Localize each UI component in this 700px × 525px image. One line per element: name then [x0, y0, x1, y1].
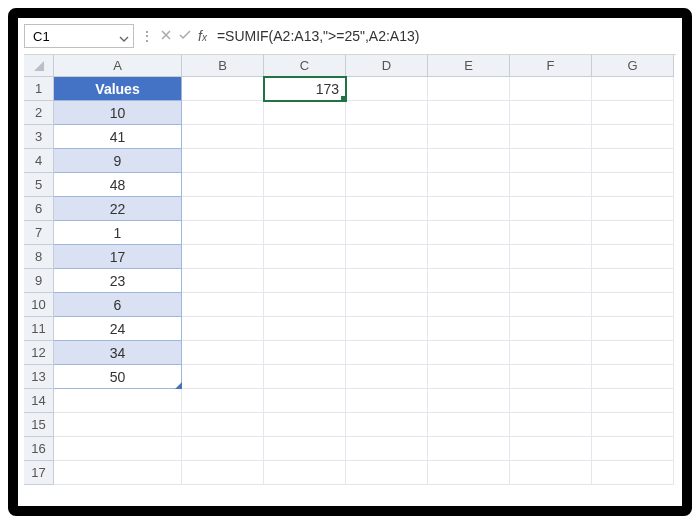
cell-E5[interactable] — [428, 173, 510, 197]
cell-D2[interactable] — [346, 101, 428, 125]
cell-E17[interactable] — [428, 461, 510, 485]
cell-D9[interactable] — [346, 269, 428, 293]
cell-C8[interactable] — [264, 245, 346, 269]
cell-G5[interactable] — [592, 173, 674, 197]
cell-G9[interactable] — [592, 269, 674, 293]
cell-A1[interactable]: Values — [54, 77, 182, 101]
cell-G1[interactable] — [592, 77, 674, 101]
cell-B5[interactable] — [182, 173, 264, 197]
cell-E11[interactable] — [428, 317, 510, 341]
cell-G11[interactable] — [592, 317, 674, 341]
cell-C6[interactable] — [264, 197, 346, 221]
row-header-17[interactable]: 17 — [24, 461, 54, 485]
cell-A8[interactable]: 17 — [54, 245, 182, 269]
cell-A14[interactable] — [54, 389, 182, 413]
cell-A6[interactable]: 22 — [54, 197, 182, 221]
cell-D4[interactable] — [346, 149, 428, 173]
cell-F11[interactable] — [510, 317, 592, 341]
row-header-5[interactable]: 5 — [24, 173, 54, 197]
cell-G2[interactable] — [592, 101, 674, 125]
cell-C5[interactable] — [264, 173, 346, 197]
cell-B6[interactable] — [182, 197, 264, 221]
cell-F12[interactable] — [510, 341, 592, 365]
cell-C14[interactable] — [264, 389, 346, 413]
cell-D10[interactable] — [346, 293, 428, 317]
cell-F1[interactable] — [510, 77, 592, 101]
cell-A12[interactable]: 34 — [54, 341, 182, 365]
column-header-C[interactable]: C — [264, 55, 346, 77]
cell-D7[interactable] — [346, 221, 428, 245]
cell-B2[interactable] — [182, 101, 264, 125]
row-header-15[interactable]: 15 — [24, 413, 54, 437]
fx-icon[interactable]: fx — [198, 28, 207, 44]
cell-F8[interactable] — [510, 245, 592, 269]
cell-D8[interactable] — [346, 245, 428, 269]
cell-E8[interactable] — [428, 245, 510, 269]
cell-D6[interactable] — [346, 197, 428, 221]
cell-B1[interactable] — [182, 77, 264, 101]
cell-D12[interactable] — [346, 341, 428, 365]
row-header-10[interactable]: 10 — [24, 293, 54, 317]
cell-B3[interactable] — [182, 125, 264, 149]
row-header-12[interactable]: 12 — [24, 341, 54, 365]
cell-C4[interactable] — [264, 149, 346, 173]
column-header-E[interactable]: E — [428, 55, 510, 77]
cell-E7[interactable] — [428, 221, 510, 245]
cell-A9[interactable]: 23 — [54, 269, 182, 293]
row-header-7[interactable]: 7 — [24, 221, 54, 245]
cell-E15[interactable] — [428, 413, 510, 437]
select-all-corner[interactable] — [24, 55, 54, 77]
cell-D16[interactable] — [346, 437, 428, 461]
cell-E13[interactable] — [428, 365, 510, 389]
cell-B10[interactable] — [182, 293, 264, 317]
cell-B13[interactable] — [182, 365, 264, 389]
cell-F7[interactable] — [510, 221, 592, 245]
cell-A17[interactable] — [54, 461, 182, 485]
cell-F5[interactable] — [510, 173, 592, 197]
cell-C11[interactable] — [264, 317, 346, 341]
row-header-1[interactable]: 1 — [24, 77, 54, 101]
row-header-3[interactable]: 3 — [24, 125, 54, 149]
cell-G3[interactable] — [592, 125, 674, 149]
cell-E2[interactable] — [428, 101, 510, 125]
cell-G16[interactable] — [592, 437, 674, 461]
cell-C1[interactable]: 173 — [264, 77, 346, 101]
formula-input[interactable] — [213, 25, 676, 47]
row-header-6[interactable]: 6 — [24, 197, 54, 221]
cell-A7[interactable]: 1 — [54, 221, 182, 245]
cell-A5[interactable]: 48 — [54, 173, 182, 197]
cell-D3[interactable] — [346, 125, 428, 149]
cell-E12[interactable] — [428, 341, 510, 365]
cell-D13[interactable] — [346, 365, 428, 389]
row-header-16[interactable]: 16 — [24, 437, 54, 461]
cell-B14[interactable] — [182, 389, 264, 413]
cell-F3[interactable] — [510, 125, 592, 149]
cell-C13[interactable] — [264, 365, 346, 389]
cell-C16[interactable] — [264, 437, 346, 461]
cell-F2[interactable] — [510, 101, 592, 125]
cell-A3[interactable]: 41 — [54, 125, 182, 149]
cell-G12[interactable] — [592, 341, 674, 365]
cell-E1[interactable] — [428, 77, 510, 101]
cell-C7[interactable] — [264, 221, 346, 245]
cell-F6[interactable] — [510, 197, 592, 221]
row-header-8[interactable]: 8 — [24, 245, 54, 269]
cell-G10[interactable] — [592, 293, 674, 317]
cell-E3[interactable] — [428, 125, 510, 149]
cell-B17[interactable] — [182, 461, 264, 485]
cell-F13[interactable] — [510, 365, 592, 389]
cell-D14[interactable] — [346, 389, 428, 413]
cell-G4[interactable] — [592, 149, 674, 173]
cell-A4[interactable]: 9 — [54, 149, 182, 173]
row-header-4[interactable]: 4 — [24, 149, 54, 173]
cell-C10[interactable] — [264, 293, 346, 317]
name-box[interactable]: C1 — [24, 24, 134, 48]
cell-G13[interactable] — [592, 365, 674, 389]
column-header-G[interactable]: G — [592, 55, 674, 77]
cell-F17[interactable] — [510, 461, 592, 485]
cell-F15[interactable] — [510, 413, 592, 437]
cell-E16[interactable] — [428, 437, 510, 461]
cell-D5[interactable] — [346, 173, 428, 197]
cell-C12[interactable] — [264, 341, 346, 365]
cell-E14[interactable] — [428, 389, 510, 413]
